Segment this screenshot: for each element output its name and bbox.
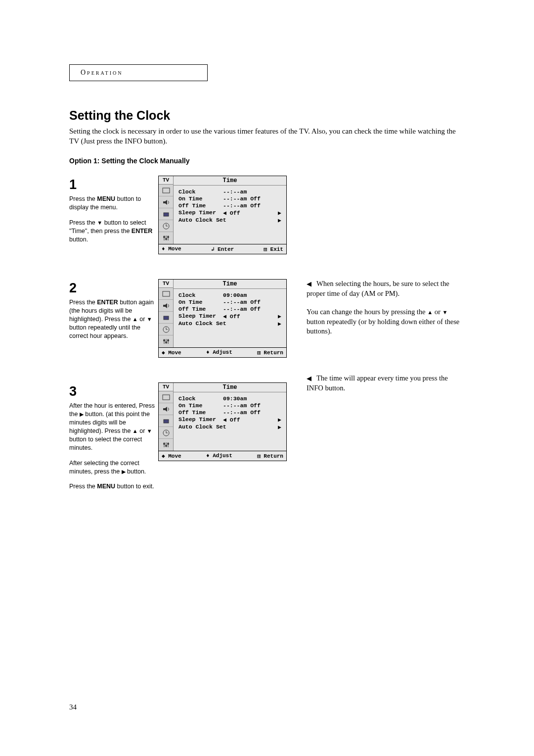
setup-icon [159,439,173,451]
page: Operation Setting the Clock Setting the … [0,0,534,491]
step-3-para3: Press the MENU button to exit. [69,482,158,491]
svg-point-9 [163,236,165,238]
channel-icon [159,312,173,324]
right-arrow-icon: ▶ [275,209,281,216]
step-2-notes: When selecting the hours, be sure to sel… [289,279,465,345]
note-callout: You can change the hours by pressing the… [307,307,465,336]
option-heading: Option 1: Setting the Clock Manually [69,157,465,165]
setup-icon [159,232,173,244]
note-callout: When selecting the hours, be sure to sel… [307,279,465,298]
time-icon [159,427,173,439]
step-1-para2: Press the ▼ button to select "Time", the… [69,219,158,244]
right-arrow-icon: ▶ [275,313,281,320]
up-arrow-icon: ▲ [133,316,138,322]
right-arrow-icon: ▶ [275,320,281,327]
step-2-para1: Press the ENTER button again (the hours … [69,298,158,340]
picture-icon [159,185,173,196]
osd-menu: TV Time Clock--:--am On Time--:--am Off … [158,176,287,254]
osd-footer: ♦ Move ↲ Enter ▥ Exit [159,244,286,254]
step-2: 2 Press the ENTER button again (the hour… [69,279,465,358]
svg-rect-14 [164,316,169,320]
svg-point-35 [167,443,169,445]
down-arrow-icon: ▼ [147,428,152,434]
svg-rect-12 [163,291,170,296]
right-arrow-icon: ▶ [275,424,281,430]
svg-rect-0 [163,188,170,193]
step-2-osd: TV Time Clock09:00am On Time--:--am Off … [158,279,289,358]
osd-menu: TV Time Clock09:00am On Time--:--am Off … [158,279,287,358]
right-arrow-icon: ▶ [275,217,281,224]
osd-footer: ◆ Move ♦ Adjust ▥ Return [159,451,286,461]
picture-icon [159,288,173,300]
time-icon [159,220,173,232]
picture-icon [159,391,173,403]
osd-tv-label: TV [159,176,173,185]
svg-marker-1 [163,200,167,205]
down-arrow-icon: ▼ [97,220,102,226]
step-3: 3 After the hour is entered, Press the ▶… [69,382,465,491]
up-arrow-icon: ▲ [133,428,138,434]
svg-point-23 [167,339,169,341]
step-3-osd: TV Time Clock09:30am On Time--:--am Off … [158,382,289,461]
step-1-para1: Press the MENU button to display the men… [69,195,158,212]
time-icon [159,324,173,335]
right-arrow-icon: ▶ [80,411,84,417]
svg-point-10 [165,238,167,240]
step-1-text: 1 Press the MENU button to display the m… [69,176,158,244]
step-number: 3 [69,382,158,400]
step-3-notes: The time will appear every time you pres… [289,374,465,402]
step-1-osd: TV Time Clock--:--am On Time--:--am Off … [158,176,289,254]
svg-rect-26 [164,420,169,423]
svg-marker-25 [163,407,167,412]
svg-marker-13 [163,303,167,308]
svg-rect-2 [164,213,169,216]
sound-icon [159,300,173,312]
step-3-para2: After selecting the correct minutes, pre… [69,459,158,476]
down-arrow-icon: ▼ [147,316,152,322]
step-1: 1 Press the MENU button to display the m… [69,176,465,254]
channel-icon [159,415,173,427]
up-arrow-icon: ▲ [427,309,433,315]
step-number: 2 [69,279,158,297]
sound-icon [159,196,173,208]
osd-menu: TV Time Clock09:30am On Time--:--am Off … [158,382,287,461]
section-header-box: Operation [69,64,208,81]
section-header: Operation [81,69,196,77]
step-2-text: 2 Press the ENTER button again (the hour… [69,279,158,340]
step-number: 1 [69,176,158,193]
page-title: Setting the Clock [69,108,465,123]
osd-footer: ◆ Move ♦ Adjust ▥ Return [159,347,286,357]
step-3-text: 3 After the hour is entered, Press the ▶… [69,382,158,491]
svg-point-11 [167,236,169,238]
svg-point-33 [163,443,165,445]
right-arrow-icon: ▶ [275,416,281,423]
channel-icon [159,208,173,220]
setup-icon [159,335,173,347]
note-callout: The time will appear every time you pres… [307,374,465,393]
right-arrow-icon: ▶ [122,469,126,474]
svg-point-21 [163,339,165,341]
svg-point-34 [165,445,167,447]
intro-paragraph: Setting the clock is necessary in order … [69,127,465,146]
sound-icon [159,403,173,415]
down-arrow-icon: ▼ [442,309,447,315]
osd-title: Time [174,176,286,186]
page-number: 34 [69,703,77,711]
step-3-para1: After the hour is entered, Press the ▶ b… [69,402,158,452]
svg-point-22 [165,341,167,343]
svg-rect-24 [163,395,170,400]
